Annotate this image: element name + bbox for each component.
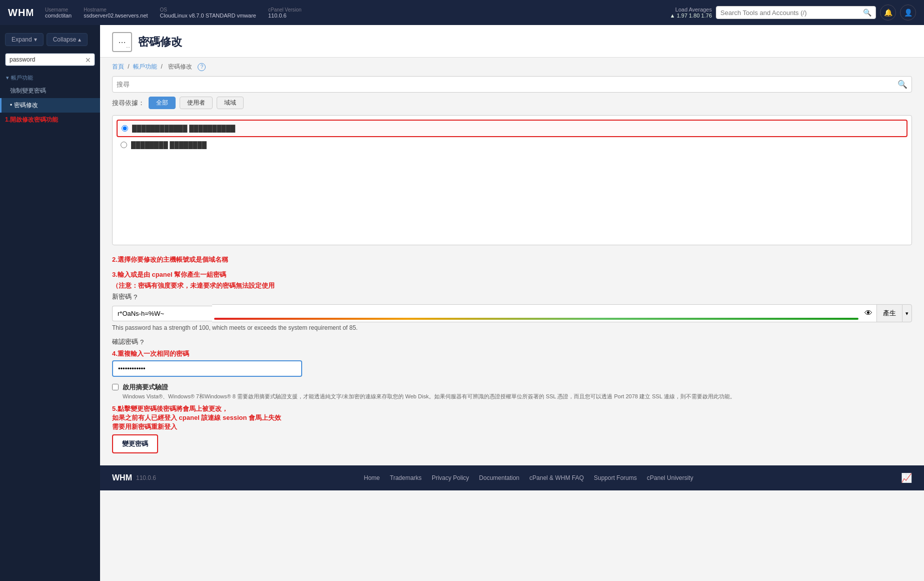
radio-input-1[interactable] [122, 125, 128, 132]
notifications-button[interactable]: 🔔 [880, 5, 896, 21]
sidebar-search[interactable]: ✕ [0, 51, 100, 70]
password-strength-bar [214, 318, 858, 320]
change-password-row: 變更密碼 [112, 434, 912, 453]
user-account-button[interactable]: 👤 [900, 5, 916, 21]
password-strength-bar-container [212, 304, 860, 322]
sidebar-search-clear-button[interactable]: ✕ [85, 56, 91, 64]
breadcrumb: 首頁 / 帳戶功能 / 密碼修改 ? [100, 58, 924, 76]
confirm-password-input[interactable] [112, 360, 302, 377]
main-content: ··· 密碼修改 首頁 / 帳戶功能 / 密碼修改 ? 🔍 搜尋依據： 全部 使… [100, 25, 924, 581]
collapse-button[interactable]: Collapse ▴ [47, 33, 88, 46]
footer-logo: WHM [112, 473, 132, 482]
annotation-step3b: （注意：密碼有強度要求，未達要求的密碼無法設定使用 [112, 281, 912, 290]
radio-input-2[interactable] [121, 142, 127, 148]
sidebar-controls: Expand ▾ Collapse ▴ [0, 30, 100, 51]
collapse-label: Collapse [53, 36, 77, 43]
whm-logo: WHM [8, 7, 33, 19]
page-header: ··· 密碼修改 [100, 25, 924, 58]
sidebar-annotation-1: 1.開啟修改密碼功能 [0, 113, 100, 127]
global-search-bar[interactable]: 🔍 [716, 6, 876, 19]
radio-item-2[interactable]: ████████ ████████ [117, 137, 907, 153]
change-password-button[interactable]: 變更密碼 [112, 434, 158, 453]
confirm-password-section: 確認密碼 ? 4.重複輸入一次相同的密碼 [112, 337, 912, 377]
radio-item-1[interactable]: ████████████ ██████████ [117, 120, 907, 137]
breadcrumb-help-icon[interactable]: ? [198, 63, 206, 71]
filter-label: 搜尋依據： [112, 99, 145, 108]
page-title: 密碼修改 [138, 35, 182, 50]
footer-version: 110.0.6 [136, 474, 156, 481]
footer-link-university[interactable]: cPanel University [647, 474, 693, 481]
sidebar: Expand ▾ Collapse ▴ ✕ ▾ 帳戶功能 強制變更密碼 密碼修改… [0, 25, 100, 581]
sidebar-section-label: ▾ 帳戶功能 [0, 70, 100, 84]
annotation-step5: 5.點擊變更密碼後密碼將會馬上被更改， 如果之前有人已經登入 cpanel 該連… [112, 404, 912, 431]
filter-user-button[interactable]: 使用者 [180, 97, 213, 109]
new-password-input[interactable] [112, 306, 212, 321]
footer-link-forums[interactable]: Support Forums [594, 474, 637, 481]
server-hostname: Hostname ssdserver02.twservers.net [84, 7, 148, 19]
footer-left: WHM 110.0.6 [112, 473, 156, 482]
breadcrumb-current: 密碼修改 [168, 63, 192, 70]
filter-all-button[interactable]: 全部 [149, 97, 176, 109]
expand-icon: ▾ [34, 36, 37, 43]
new-password-label: 新密碼 ? [112, 292, 912, 301]
digest-checkbox[interactable] [112, 384, 119, 390]
digest-label[interactable]: 啟用摘要式驗證 [123, 383, 168, 391]
new-password-section: 3.輸入或是由 cpanel 幫你產生一組密碼 （注意：密碼有強度要求，未達要求… [112, 270, 912, 331]
footer: WHM 110.0.6 Home Trademarks Privacy Poli… [100, 465, 924, 490]
sidebar-item-password-change[interactable]: 密碼修改 [0, 98, 100, 113]
global-search-button[interactable]: 🔍 [863, 9, 871, 17]
expand-button[interactable]: Expand ▾ [5, 33, 44, 46]
new-password-help-icon[interactable]: ? [134, 293, 137, 301]
account-search-row[interactable]: 🔍 [112, 76, 912, 93]
password-generate-button[interactable]: 產生 [876, 304, 902, 322]
server-os: OS CloudLinux v8.7.0 STANDARD vmware [160, 7, 256, 19]
footer-link-faq[interactable]: cPanel & WHM FAQ [529, 474, 584, 481]
server-info: Username comdctitan Hostname ssdserver02… [45, 7, 658, 19]
topbar: WHM Username comdctitan Hostname ssdserv… [0, 0, 924, 25]
account-radio-list: ████████████ ██████████ ████████ ███████… [112, 115, 912, 245]
page-icon: ··· [112, 32, 132, 52]
footer-trending-icon: 📈 [901, 472, 912, 483]
radio-label-1[interactable]: ████████████ ██████████ [132, 125, 235, 132]
server-username: Username comdctitan [45, 7, 72, 19]
confirm-password-help-icon[interactable]: ? [140, 338, 144, 346]
chevron-down-icon: ▾ [6, 75, 9, 81]
svg-text:WHM: WHM [8, 7, 33, 18]
load-averages: Load Averages ▲ 1.97 1.80 1.76 [670, 7, 712, 19]
footer-link-privacy[interactable]: Privacy Policy [432, 474, 469, 481]
breadcrumb-home[interactable]: 首頁 [112, 63, 124, 70]
account-search-input[interactable] [117, 81, 897, 88]
digest-description: Windows Vista®、Windows® 7和Windows® 8 需要啟… [123, 393, 735, 400]
sidebar-search-input[interactable] [5, 53, 95, 66]
password-toggle-visibility-button[interactable]: 👁 [860, 304, 876, 322]
digest-auth-row: 啟用摘要式驗證 Windows Vista®、Windows® 7和Window… [112, 383, 912, 400]
annotation-step3: 3.輸入或是由 cpanel 幫你產生一組密碼 [112, 270, 912, 279]
password-strength-text: This password has a strength of 100, whi… [112, 324, 912, 331]
load-up-icon: ▲ [670, 13, 675, 19]
confirm-password-label: 確認密碼 ? [112, 337, 912, 346]
radio-label-2[interactable]: ████████ ████████ [131, 141, 207, 149]
password-generate-dropdown-button[interactable]: ▾ [902, 304, 912, 322]
breadcrumb-section[interactable]: 帳戶功能 [133, 63, 157, 70]
account-search-button[interactable]: 🔍 [897, 80, 907, 89]
annotation-step4: 4.重複輸入一次相同的密碼 [112, 349, 912, 358]
global-search-input[interactable] [720, 9, 863, 17]
footer-link-trademarks[interactable]: Trademarks [390, 474, 422, 481]
filter-domain-button[interactable]: 域域 [217, 97, 244, 109]
sidebar-item-force-change-password[interactable]: 強制變更密碼 [0, 84, 100, 98]
footer-links: Home Trademarks Privacy Policy Documenta… [364, 474, 693, 481]
server-cpanel-version: cPanel Version 110.0.6 [268, 7, 302, 19]
footer-link-home[interactable]: Home [364, 474, 380, 481]
expand-label: Expand [12, 36, 32, 43]
content-area: 🔍 搜尋依據： 全部 使用者 域域 ████████████ █████████… [100, 76, 924, 465]
main-layout: Expand ▾ Collapse ▴ ✕ ▾ 帳戶功能 強制變更密碼 密碼修改… [0, 25, 924, 581]
filter-row: 搜尋依據： 全部 使用者 域域 [112, 97, 912, 109]
footer-link-docs[interactable]: Documentation [479, 474, 520, 481]
password-input-row: 👁 產生 ▾ [112, 304, 912, 322]
collapse-icon: ▴ [78, 36, 81, 43]
topbar-right: Load Averages ▲ 1.97 1.80 1.76 🔍 🔔 👤 [670, 5, 916, 21]
annotation-step2: 2.選擇你要修改的主機帳號或是個域名稱 [112, 253, 912, 270]
